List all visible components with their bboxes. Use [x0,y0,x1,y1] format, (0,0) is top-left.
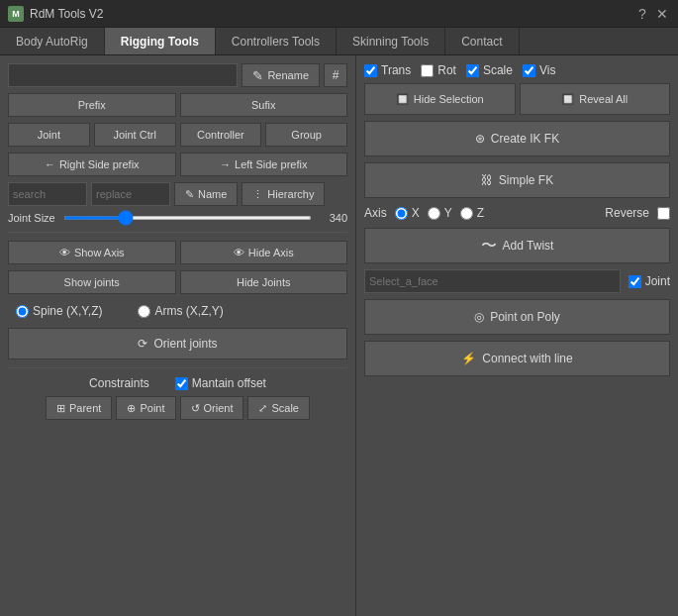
joint-ctrl-button[interactable]: Joint Ctrl [94,123,176,147]
search-input[interactable] [8,182,87,206]
simple-fk-button[interactable]: ⛓ Simple FK [364,162,670,198]
search-replace-row: ✎ Name ⋮ Hierarchy [8,182,347,206]
main-content: ✎ Rename # Prefix Sufix Joint Joint Ctrl… [0,55,678,616]
arms-radio[interactable] [138,305,150,318]
spine-radio[interactable] [16,305,29,318]
orient-joints-button[interactable]: ⟳ Orient joints [8,328,347,359]
hash-button[interactable]: # [324,63,347,87]
vis-checkbox-label[interactable]: Vis [523,63,555,77]
constraint-buttons-row: ⊞ Parent ⊕ Point ↺ Orient ⤢ Scale [8,396,347,420]
y-radio[interactable] [428,207,440,220]
simple-fk-icon: ⛓ [481,173,493,187]
vis-checkbox[interactable] [523,64,535,77]
rot-checkbox[interactable] [421,64,434,77]
left-side-prefix-button[interactable]: → Left Side prefix [180,153,348,176]
hide-axis-button[interactable]: 👁 Hide Axis [180,241,348,264]
orient-constraint-button[interactable]: ↺ Orient [180,396,244,420]
poly-icon: ◎ [474,310,484,324]
select-face-row: Joint [364,269,670,293]
rename-input[interactable] [8,63,238,87]
maintain-offset-checkbox[interactable] [175,377,188,390]
scale-checkbox-label[interactable]: Scale [466,63,513,77]
app-icon: M [8,6,24,22]
scale-checkbox[interactable] [466,64,479,77]
left-arrow-icon: → [220,158,231,170]
eye-open-icon: 👁 [59,247,70,258]
joint-size-value: 340 [320,212,347,224]
window-title: RdM Tools V2 [30,7,103,21]
side-prefix-row: ← Right Side prefix → Left Side prefix [8,153,347,176]
hide-selection-button[interactable]: 🔲 Hide Selection [364,83,516,115]
twist-icon: 〜 [481,236,497,257]
rename-icon: ✎ [252,68,263,83]
connect-with-line-button[interactable]: ⚡ Connect with line [364,341,670,376]
right-side-prefix-button[interactable]: ← Right Side prefix [8,153,176,176]
maintain-offset-label[interactable]: Mantain offset [175,376,266,390]
joint-face-checkbox[interactable] [629,275,641,288]
name-button[interactable]: ✎ Name [174,182,238,206]
hierarchy-icon: ⋮ [252,188,263,201]
joint-size-slider[interactable] [63,216,312,220]
scale-icon: ⤢ [258,402,267,415]
axis-label: Axis [364,206,387,220]
reveal-all-button[interactable]: 🔲 Reveal All [520,83,671,115]
add-twist-button[interactable]: 〜 Add Twist [364,228,670,263]
joint-button[interactable]: Joint [8,123,90,147]
tab-bar: Body AutoRig Rigging Tools Controllers T… [0,28,678,55]
hide-sel-icon: 🔲 [396,93,410,106]
suffix-button[interactable]: Sufix [180,93,348,117]
prefix-button[interactable]: Prefix [8,93,176,117]
z-radio[interactable] [460,207,473,220]
spine-radio-label[interactable]: Spine (X,Y,Z) [16,304,102,318]
trans-checkbox-label[interactable]: Trans [364,63,411,77]
tab-contact[interactable]: Contact [445,28,519,54]
arms-radio-label[interactable]: Arms (X,Z,Y) [138,304,223,318]
joints-row: Show joints Hide Joints [8,270,347,294]
joint-checkbox-label[interactable]: Joint [629,274,670,288]
reverse-checkbox[interactable] [657,207,670,220]
scale-constraint-button[interactable]: ⤢ Scale [247,396,310,420]
show-joints-button[interactable]: Show joints [8,270,176,294]
right-arrow-icon: ← [45,158,55,170]
pencil-icon: ✎ [185,188,194,201]
group-button[interactable]: Group [265,123,347,147]
parent-icon: ⊞ [56,402,65,415]
select-face-input[interactable] [364,269,621,293]
create-ik-fk-button[interactable]: ⊛ Create IK FK [364,121,670,156]
axis-controls-row: Axis X Y Z Reverse [364,204,670,222]
ik-fk-icon: ⊛ [475,132,485,146]
point-on-poly-button[interactable]: ◎ Point on Poly [364,299,670,335]
tab-skinning-tools[interactable]: Skinning Tools [337,28,445,54]
point-icon: ⊕ [127,402,136,415]
tab-body-autorig[interactable]: Body AutoRig [0,28,105,54]
z-radio-label[interactable]: Z [460,206,484,220]
joint-type-row: Joint Joint Ctrl Controller Group [8,123,347,147]
point-constraint-button[interactable]: ⊕ Point [116,396,175,420]
rot-checkbox-label[interactable]: Rot [421,63,456,77]
reveal-icon: 🔲 [561,93,575,106]
orient-c-icon: ↺ [191,402,200,415]
prefix-suffix-row: Prefix Sufix [8,93,347,117]
rename-button[interactable]: ✎ Rename [242,63,320,87]
help-button[interactable]: ? [634,6,650,22]
rename-row: ✎ Rename # [8,63,347,87]
tab-controllers-tools[interactable]: Controllers Tools [216,28,337,54]
hierarchy-button[interactable]: ⋮ Hierarchy [242,182,325,206]
parent-constraint-button[interactable]: ⊞ Parent [46,396,112,420]
x-radio-label[interactable]: X [395,206,420,220]
trans-checkbox[interactable] [364,64,377,77]
tab-rigging-tools[interactable]: Rigging Tools [105,28,216,54]
right-panel: Trans Rot Scale Vis 🔲 Hide Selection � [356,55,678,616]
x-radio[interactable] [395,207,408,220]
orient-icon: ⟳ [138,337,147,351]
spine-arms-row: Spine (X,Y,Z) Arms (X,Z,Y) [8,300,347,322]
show-axis-button[interactable]: 👁 Show Axis [8,241,176,264]
controller-button[interactable]: Controller [180,123,262,147]
y-radio-label[interactable]: Y [428,206,452,220]
hide-joints-button[interactable]: Hide Joints [180,270,348,294]
replace-input[interactable] [91,182,170,206]
connect-icon: ⚡ [461,352,476,365]
constraints-label: Constraints [89,376,149,390]
close-button[interactable]: ✕ [654,6,670,22]
transform-checkboxes: Trans Rot Scale Vis [364,63,670,77]
